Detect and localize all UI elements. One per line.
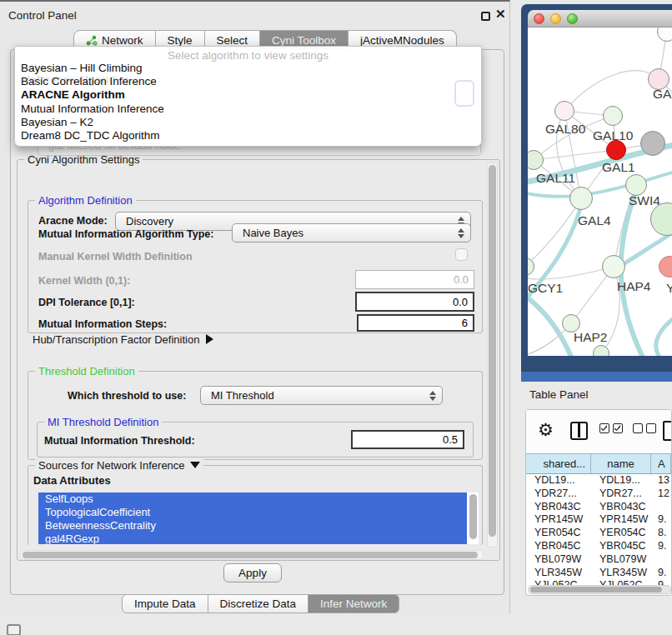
node[interactable]: [569, 187, 593, 210]
table-row[interactable]: YDL19...YDL19...13: [526, 474, 671, 488]
tab-label: Network: [102, 34, 143, 47]
table-row[interactable]: YDR27...YDR27...12: [526, 488, 671, 501]
attribute-item[interactable]: gal4RGexp: [38, 532, 467, 544]
algorithm-option[interactable]: Mutual Information Inference: [15, 102, 481, 116]
zoom-traffic-light[interactable]: [567, 13, 578, 24]
network-view-window: GAL GAL80 GAL10 GAL1 GAL11 SWI4 GAL4 GCY…: [521, 4, 672, 372]
settings-horizontal-scrollbar[interactable]: [20, 550, 484, 560]
collapsed-arrow-icon: [206, 334, 213, 344]
hub-definition-toggle[interactable]: Hub/Transcription Factor Definition: [33, 333, 213, 346]
table-horizontal-scrollbar[interactable]: [528, 585, 671, 594]
kernel-width-field[interactable]: 0.0: [355, 270, 474, 289]
data-attributes-list: SelfLoops TopologicalCoefficient Between…: [38, 492, 479, 544]
manual-kernel-checkbox[interactable]: [455, 248, 468, 261]
node-label: GAL11: [536, 171, 575, 186]
table-panel-region: Table Panel ⚙ shared... name A YDL19...Y…: [521, 382, 672, 635]
desktop-strip: [521, 372, 672, 382]
attribute-item[interactable]: SelfLoops: [38, 492, 467, 506]
column-header[interactable]: A: [651, 454, 671, 473]
node[interactable]: [593, 345, 609, 356]
window-title: Control Panel: [8, 9, 77, 22]
gear-icon[interactable]: ⚙: [538, 421, 554, 438]
algorithm-option[interactable]: Dream8 DC_TDC Algorithm: [15, 129, 481, 142]
table-row[interactable]: YER054CYER054C8.: [526, 527, 671, 540]
attribute-item[interactable]: BetweennessCentrality: [38, 519, 467, 532]
table-row[interactable]: YBR043CYBR043C: [526, 501, 671, 514]
node-label: GAL80: [545, 122, 585, 137]
tab-impute-data[interactable]: Impute Data: [122, 594, 208, 613]
node-table: shared... name A YDL19...YDL19...13 YDR2…: [526, 453, 671, 592]
node-label: GCY1: [528, 281, 563, 296]
node-label: SWI4: [629, 193, 660, 208]
network-canvas[interactable]: GAL GAL80 GAL10 GAL1 GAL11 SWI4 GAL4 GCY…: [528, 28, 672, 356]
list-scrollbar[interactable]: [469, 494, 477, 539]
which-threshold-combo[interactable]: MI Threshold: [200, 386, 443, 405]
close-traffic-light[interactable]: [534, 13, 544, 24]
tab-discretize-data[interactable]: Discretize Data: [208, 594, 309, 613]
settings-vertical-scrollbar[interactable]: [487, 162, 498, 548]
tab-infer-network[interactable]: Infer Network: [308, 594, 399, 613]
algorithm-dropdown-popup: Select algorithm to view settings Infere…: [14, 46, 482, 147]
network-window-titlebar[interactable]: [528, 10, 672, 28]
network-icon: [86, 35, 98, 46]
minimize-traffic-light[interactable]: [550, 13, 561, 24]
node-label: GAL4: [578, 213, 611, 228]
algorithm-option-selected[interactable]: ARACNE Algorithm: [15, 88, 481, 102]
dpi-tolerance-label: DPI Tolerance [0,1]:: [38, 297, 135, 308]
mi-algorithm-type-combo[interactable]: Naive Bayes: [232, 223, 471, 242]
unchecked-box-icon[interactable]: [646, 423, 656, 433]
popup-hint: Select algorithm to view settings: [15, 47, 481, 62]
sources-toggle[interactable]: Sources for Network Inference: [35, 459, 203, 472]
dpi-tolerance-field[interactable]: 0.0: [355, 292, 474, 312]
mi-steps-label: Mutual Information Steps:: [38, 318, 167, 330]
column-header[interactable]: name: [591, 454, 651, 473]
checked-box-icon[interactable]: [599, 423, 609, 433]
node[interactable]: [603, 106, 623, 126]
table-row[interactable]: YBR045CYBR045C9.: [526, 540, 671, 553]
node[interactable]: [640, 131, 665, 156]
screen: { "window": { "title": "Control Panel" }…: [0, 0, 672, 635]
node-label: HAP2: [574, 330, 608, 345]
cyni-algorithm-settings-group: Cyni Algorithm Settings Algorithm Defini…: [17, 159, 500, 561]
attribute-item[interactable]: TopologicalCoefficient: [38, 506, 467, 519]
mi-threshold-field[interactable]: 0.5: [351, 430, 464, 449]
node[interactable]: [602, 255, 625, 278]
table-row[interactable]: YBL079WYBL079W: [526, 553, 671, 567]
kernel-width-label: Kernel Width (0,1):: [38, 275, 130, 287]
ghost-group-label: Inference Algorithm: [27, 73, 128, 86]
column-header[interactable]: shared...: [526, 454, 591, 473]
restore-icon[interactable]: [481, 12, 490, 21]
table-row[interactable]: YPR145WYPR145W9.: [526, 513, 671, 527]
split-columns-icon[interactable]: [570, 422, 588, 440]
collapsed-panel-icon[interactable]: [7, 624, 21, 635]
sources-group: Sources for Network Inference Data Attri…: [28, 465, 483, 545]
mi-threshold-label: Mutual Information Threshold:: [44, 435, 195, 447]
mi-threshold-definition-group: MI Threshold Definition Mutual Informati…: [37, 422, 474, 458]
spinner-arrows-icon: [455, 228, 470, 238]
checked-box-icon[interactable]: [613, 423, 623, 433]
node[interactable]: [554, 101, 574, 121]
node-label: GAL1: [602, 160, 635, 175]
algorithm-option[interactable]: Bayesian – K2: [15, 116, 481, 129]
node-label: HAP4: [617, 279, 651, 294]
algorithm-definition-group: Algorithm Definition Aracne Mode: Discov…: [28, 200, 483, 333]
manual-kernel-label: Manual Kernel Width Definition: [38, 251, 193, 262]
data-attributes-label: Data Attributes: [33, 474, 111, 487]
table-panel-title: Table Panel: [529, 388, 589, 401]
unchecked-box-icon[interactable]: [633, 423, 643, 433]
table-header: shared... name A: [526, 453, 671, 474]
aracne-mode-label: Aracne Mode:: [38, 215, 108, 227]
expanded-arrow-icon: [190, 462, 200, 468]
node-label: GAL10: [593, 128, 633, 143]
apply-button[interactable]: Apply: [223, 563, 282, 582]
page-icon[interactable]: [663, 421, 672, 441]
close-icon[interactable]: ✕: [495, 7, 506, 22]
node-label: GAL: [653, 87, 672, 102]
control-panel-window: Control Panel ✕ Network Style Select Cyn…: [0, 0, 510, 614]
mi-algorithm-type-label: Mutual Information Algorithm Type:: [38, 228, 213, 240]
ghost-combo-fragment: [454, 80, 474, 107]
mi-steps-field[interactable]: 6: [357, 314, 474, 332]
table-row[interactable]: YLR345WYLR345W9.: [526, 567, 671, 580]
which-threshold-label: Which threshold to use:: [68, 390, 186, 402]
node-label: Y: [666, 281, 672, 296]
